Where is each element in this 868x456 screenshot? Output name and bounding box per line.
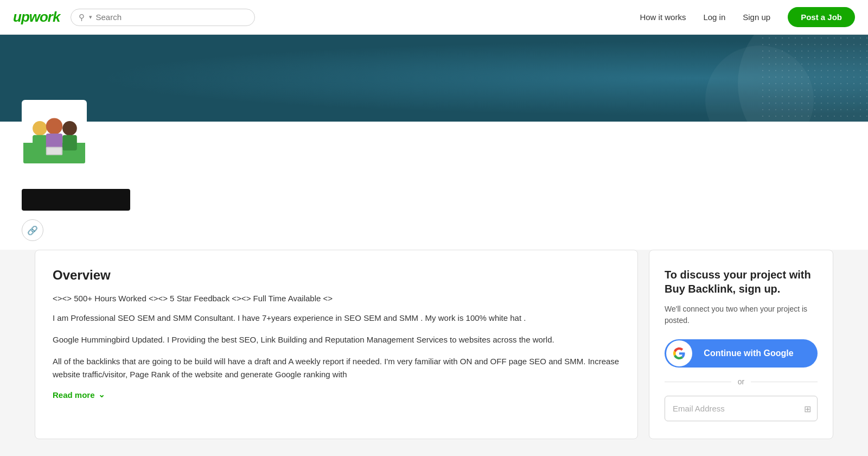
- how-it-works-link[interactable]: How it works: [640, 12, 686, 22]
- continue-with-google-button[interactable]: Continue with Google: [665, 339, 818, 368]
- or-divider: or: [665, 377, 818, 386]
- chevron-down-icon: ▾: [89, 14, 92, 21]
- signup-card: To discuss your project with Buy Backlin…: [649, 250, 833, 439]
- svg-point-2: [33, 121, 47, 136]
- avatar-illustration: [23, 100, 85, 165]
- overview-paragraph-2: Google Hummingbird Updated. I Providing …: [53, 333, 620, 346]
- overview-card: Overview <><> 500+ Hours Worked <><> 5 S…: [35, 250, 638, 439]
- signup-link[interactable]: Sign up: [743, 12, 770, 22]
- email-input[interactable]: [665, 396, 818, 421]
- svg-rect-9: [47, 148, 62, 154]
- search-bar[interactable]: ⚲ ▾: [71, 9, 255, 26]
- overview-paragraph-3: All of the backlinks that are going to b…: [53, 355, 620, 381]
- overview-title: Overview: [53, 268, 620, 283]
- profile-link-button[interactable]: 🔗: [22, 219, 43, 241]
- chevron-down-icon: ⌄: [98, 390, 105, 400]
- main-content: Overview <><> 500+ Hours Worked <><> 5 S…: [22, 250, 846, 456]
- decorative-dots: [760, 35, 868, 122]
- overview-paragraph-1: I am Professional SEO SEM and SMM Consul…: [53, 312, 620, 325]
- profile-avatar-wrap: [22, 100, 87, 165]
- profile-section: [0, 122, 868, 189]
- email-input-wrap: ⊞: [665, 396, 818, 421]
- overview-tagline: <><> 500+ Hours Worked <><> 5 Star Feedb…: [53, 294, 620, 303]
- post-job-button[interactable]: Post a Job: [788, 7, 855, 27]
- email-icon: ⊞: [804, 403, 811, 414]
- signup-subtitle: We'll connect you two when your project …: [665, 303, 818, 326]
- svg-rect-7: [62, 135, 77, 151]
- svg-point-6: [62, 121, 77, 136]
- google-button-label: Continue with Google: [704, 349, 793, 358]
- link-icon: 🔗: [27, 225, 38, 236]
- signup-title: To discuss your project with Buy Backlin…: [665, 268, 818, 296]
- profile-name-section: 🔗: [0, 189, 868, 250]
- search-icon: ⚲: [79, 12, 85, 22]
- navbar: upwork ⚲ ▾ How it works Log in Sign up P…: [0, 0, 868, 35]
- search-input[interactable]: [95, 12, 247, 22]
- profile-name-redacted: [22, 189, 130, 211]
- hero-banner: [0, 35, 868, 122]
- read-more-label: Read more: [53, 390, 95, 400]
- login-link[interactable]: Log in: [703, 12, 725, 22]
- avatar: [22, 100, 87, 165]
- google-icon: [666, 340, 692, 366]
- svg-rect-3: [33, 135, 47, 151]
- or-label: or: [738, 377, 744, 386]
- nav-right: How it works Log in Sign up Post a Job: [640, 7, 855, 27]
- read-more-button[interactable]: Read more ⌄: [53, 390, 105, 400]
- upwork-logo[interactable]: upwork: [13, 9, 60, 26]
- svg-point-4: [46, 118, 62, 134]
